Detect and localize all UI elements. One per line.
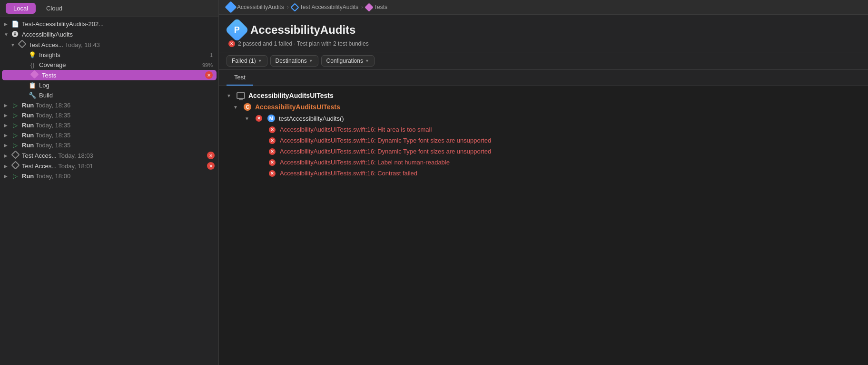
chevron-right-icon: ▶ [4, 21, 10, 27]
sidebar-item-testplan[interactable]: ▼ Test Acces... Today, 18:43 [0, 39, 218, 50]
run-icon: ▷ [10, 122, 20, 129]
tab-cloud[interactable]: Cloud [39, 3, 70, 14]
status-line: ✕ 2 passed and 1 failed · Test plan with… [228, 40, 858, 47]
sidebar-item-build[interactable]: 🔧 Build [0, 90, 218, 100]
insights-badge: 1 [210, 52, 215, 58]
coverage-icon: {} [28, 61, 37, 68]
sidebar-item-run-1835c[interactable]: ▶ ▷ Run Today, 18:35 [0, 130, 218, 140]
chevron-right-icon: ▶ [4, 113, 10, 118]
tab-local[interactable]: Local [6, 3, 36, 14]
sidebar-tab-bar: Local Cloud [0, 0, 218, 17]
sidebar-item-label: Run Today, 18:35 [22, 132, 215, 139]
sidebar-item-testplan-1801[interactable]: ▶ Test Acces... Today, 18:01 ✕ [0, 161, 218, 171]
diamond-outline-icon [10, 152, 20, 159]
sidebar-list: ▶ 📄 Test-AccessibilityAudits-202... ▼ 🅐 … [0, 17, 218, 365]
tests-breadcrumb-icon [365, 3, 373, 11]
error-row-0[interactable]: ✕ AccessibilityAuditsUITests.swift:16: H… [219, 124, 868, 135]
error-x-icon: ✕ [267, 137, 277, 144]
app-logo: P [225, 18, 249, 42]
sidebar-item-label: Run Today, 18:36 [22, 102, 215, 109]
sidebar-item-label: Run Today, 18:35 [22, 142, 215, 149]
sidebar-item-label: Coverage [39, 61, 202, 68]
sidebar-item-coverage[interactable]: {} Coverage 99% [0, 60, 218, 70]
run-icon: ▷ [10, 142, 20, 149]
chevron-right-icon: ▶ [4, 163, 10, 169]
page-title: AccessibilityAudits [250, 23, 355, 37]
toolbar-bar: Failed (1) ▼ Destinations ▼ Configuratio… [219, 52, 868, 70]
result-bundle-row[interactable]: ▼ AccessibilityAuditsUITests [219, 90, 868, 101]
error-row-2[interactable]: ✕ AccessibilityAuditsUITests.swift:16: D… [219, 146, 868, 157]
error-row-3[interactable]: ✕ AccessibilityAuditsUITests.swift:16: L… [219, 157, 868, 168]
sidebar-item-run-1835b[interactable]: ▶ ▷ Run Today, 18:35 [0, 120, 218, 130]
error-x-icon: ✕ [254, 115, 264, 122]
sidebar-item-file[interactable]: ▶ 📄 Test-AccessibilityAudits-202... [0, 19, 218, 29]
file-icon: 📄 [10, 20, 20, 28]
chevron-right-icon: ▶ [4, 153, 10, 158]
error-x-icon: ✕ [267, 126, 277, 133]
main-panel: AccessibilityAudits › Test Accessibility… [219, 0, 868, 365]
destinations-button[interactable]: Destinations ▼ [270, 55, 318, 67]
run-icon: ▷ [10, 132, 20, 139]
failed-filter-button[interactable]: Failed (1) ▼ [227, 55, 267, 67]
configurations-button[interactable]: Configurations ▼ [321, 55, 375, 67]
header-title-row: P AccessibilityAudits [228, 21, 858, 38]
chevron-down-icon: ▼ [233, 105, 240, 110]
chevron-down-icon: ▼ [10, 42, 17, 48]
sidebar-item-log[interactable]: 📋 Log [0, 80, 218, 90]
sidebar-item-run-1835d[interactable]: ▶ ▷ Run Today, 18:35 [0, 140, 218, 150]
breadcrumb-sep1: › [287, 4, 289, 10]
result-method-row[interactable]: ▼ ✕ M testAccessibilityAudits() [219, 113, 868, 124]
sidebar-item-run-1836[interactable]: ▶ ▷ Run Today, 18:36 [0, 100, 218, 110]
sidebar-item-group[interactable]: ▼ 🅐 AccessibilityAudits [0, 29, 218, 39]
error-label: AccessibilityAuditsUITests.swift:16: Hit… [280, 126, 432, 133]
breadcrumb-app: AccessibilityAudits [237, 4, 284, 10]
error-row-1[interactable]: ✕ AccessibilityAuditsUITests.swift:16: D… [219, 135, 868, 146]
destinations-label: Destinations [276, 58, 307, 64]
chevron-right-icon: ▶ [4, 133, 10, 138]
sidebar-item-tests[interactable]: Tests ✕ [2, 70, 217, 80]
sidebar-item-label: Insights [39, 51, 210, 58]
sidebar-item-label: Test Acces... Today, 18:01 [22, 163, 205, 170]
error-label: AccessibilityAuditsUITests.swift:16: Dyn… [280, 148, 491, 155]
chevron-right-icon: ▶ [4, 173, 10, 179]
sidebar-item-run-1835a[interactable]: ▶ ▷ Run Today, 18:35 [0, 110, 218, 120]
tests-error-badge: ✕ [205, 71, 213, 79]
diamond-outline-icon [17, 41, 27, 48]
sidebar-item-label: Log [39, 82, 215, 89]
error-x-icon: ✕ [267, 159, 277, 166]
diamond-breadcrumb-icon [290, 3, 299, 11]
error-label: AccessibilityAuditsUITests.swift:16: Dyn… [280, 137, 491, 144]
error-badge: ✕ [207, 152, 215, 159]
bundle-label: AccessibilityAuditsUITests [248, 92, 334, 99]
configurations-label: Configurations [326, 58, 363, 64]
chevron-down-icon: ▼ [365, 58, 369, 63]
error-label: AccessibilityAuditsUITests.swift:16: Lab… [280, 159, 450, 166]
sidebar-item-testplan-1803[interactable]: ▶ Test Acces... Today, 18:03 ✕ [0, 150, 218, 161]
sidebar-item-label: Test Acces... Today, 18:43 [29, 41, 215, 48]
sidebar: Local Cloud ▶ 📄 Test-AccessibilityAudits… [0, 0, 219, 365]
failed-filter-label: Failed (1) [232, 58, 256, 64]
sidebar-item-label: Run Today, 18:35 [22, 112, 215, 119]
sidebar-item-run-1800[interactable]: ▶ ▷ Run Today, 18:00 [0, 171, 218, 181]
breadcrumb: AccessibilityAudits › Test Accessibility… [219, 0, 868, 15]
wrench-icon: 🔧 [28, 92, 37, 99]
tab-bar: Test [219, 70, 868, 86]
sidebar-item-insights[interactable]: 💡 Insights 1 [0, 50, 218, 60]
chevron-down-icon: ▼ [227, 93, 233, 98]
results-area: ▼ AccessibilityAuditsUITests ▼ C Accessi… [219, 86, 868, 365]
tab-test[interactable]: Test [227, 70, 253, 86]
sidebar-item-label: Run Today, 18:35 [22, 122, 215, 129]
error-row-4[interactable]: ✕ AccessibilityAuditsUITests.swift:16: C… [219, 168, 868, 179]
chevron-right-icon: ▶ [4, 123, 10, 128]
sidebar-item-label: Tests [42, 72, 203, 79]
run-icon: ▷ [10, 102, 20, 109]
c-class-icon: C [243, 103, 252, 111]
breadcrumb-tests: Tests [374, 4, 387, 10]
coverage-badge: 99% [202, 62, 215, 68]
run-icon: ▷ [10, 173, 20, 180]
status-error-icon: ✕ [228, 40, 235, 47]
m-method-icon: M [266, 115, 276, 122]
monitor-icon [236, 92, 246, 99]
result-class-row[interactable]: ▼ C AccessibilityAuditsUITests [219, 101, 868, 113]
class-label: AccessibilityAuditsUITests [255, 103, 340, 111]
